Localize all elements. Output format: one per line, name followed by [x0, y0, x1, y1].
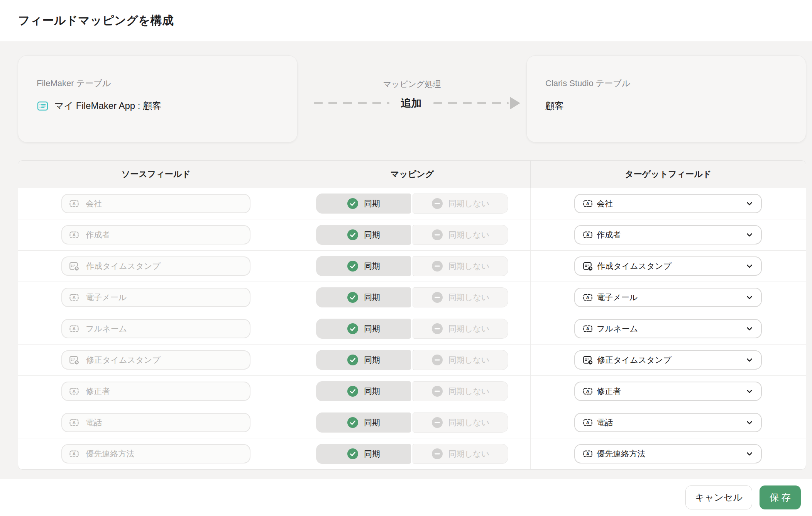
sync-off-option[interactable]: 同期しない: [413, 350, 508, 370]
chevron-down-icon: [745, 199, 754, 208]
sync-on-option[interactable]: 同期: [316, 319, 411, 339]
target-field-select[interactable]: A 修正者: [574, 382, 762, 401]
minus-circle-icon: [431, 354, 443, 366]
content-area: FileMaker テーブル マイ FileMaker App : 顧客 マッピ…: [0, 41, 812, 479]
sync-off-option[interactable]: 同期しない: [413, 319, 508, 339]
sync-off-option[interactable]: 同期しない: [413, 381, 508, 401]
source-field-label: フルネーム: [86, 323, 127, 334]
header-target-field: ターゲットフィールド: [530, 161, 806, 188]
field-mapping-dialog: フィールドマッピングを構成 FileMaker テーブル マイ FileMake…: [0, 0, 812, 516]
svg-text:A: A: [586, 452, 589, 456]
target-table-card: Claris Studio テーブル 顧客: [526, 55, 806, 143]
check-circle-icon: [347, 323, 359, 334]
sync-off-option[interactable]: 同期しない: [413, 194, 508, 214]
sync-on-option[interactable]: 同期: [316, 287, 411, 307]
chevron-down-icon: [745, 261, 754, 271]
arrow-right-icon: [510, 97, 520, 109]
sync-on-option[interactable]: 同期: [316, 225, 411, 245]
target-field-select[interactable]: A 会社: [574, 194, 762, 213]
sync-toggle[interactable]: 同期 同期しない: [316, 225, 508, 245]
sync-on-option[interactable]: 同期: [316, 194, 411, 214]
mapping-action-label: 追加: [401, 96, 422, 110]
minus-circle-icon: [431, 323, 443, 334]
sync-on-option[interactable]: 同期: [316, 350, 411, 370]
sync-off-option[interactable]: 同期しない: [413, 256, 508, 276]
svg-text:A: A: [586, 295, 589, 300]
dialog-footer: キャンセル 保 存: [0, 479, 812, 516]
svg-text:A: A: [586, 201, 589, 206]
sync-toggle[interactable]: 同期 同期しない: [316, 287, 508, 307]
target-field-select[interactable]: A 作成者: [574, 225, 762, 244]
check-circle-icon: [347, 385, 359, 397]
source-table-card: FileMaker テーブル マイ FileMaker App : 顧客: [18, 55, 298, 143]
svg-text:A: A: [586, 233, 589, 237]
target-field-select[interactable]: A フルネーム: [574, 319, 762, 338]
source-field-label: 修正タイムスタンプ: [86, 355, 160, 365]
target-field-label: 作成者: [597, 229, 621, 240]
sync-on-option[interactable]: 同期: [316, 444, 411, 464]
sync-off-option[interactable]: 同期しない: [413, 225, 508, 245]
dialog-title: フィールドマッピングを構成: [18, 13, 174, 29]
chevron-down-icon: [745, 355, 754, 365]
chevron-down-icon: [745, 418, 754, 427]
text-field-icon: A: [583, 449, 593, 459]
source-field: A 優先連絡方法: [61, 444, 250, 463]
sync-toggle[interactable]: 同期 同期しない: [316, 350, 508, 370]
table-row: A 電話 同期 同期しない A 電話: [18, 407, 806, 438]
sync-toggle[interactable]: 同期 同期しない: [316, 256, 508, 276]
sync-on-option[interactable]: 同期: [316, 256, 411, 276]
target-field-label: 会社: [597, 198, 613, 209]
source-field-label: 会社: [86, 198, 102, 209]
cancel-button[interactable]: キャンセル: [685, 485, 752, 509]
target-field-select[interactable]: A 電話: [574, 413, 762, 432]
sync-on-option[interactable]: 同期: [316, 381, 411, 401]
table-row: A 作成者 同期 同期しない A 作成者: [18, 219, 806, 251]
target-field-select[interactable]: A 電子メール: [574, 288, 762, 307]
target-field-select[interactable]: 修正タイムスタンプ: [574, 350, 762, 370]
timestamp-field-icon: [69, 355, 80, 365]
text-field-icon: A: [583, 230, 593, 240]
target-field-label: 修正タイムスタンプ: [597, 355, 671, 365]
minus-circle-icon: [431, 417, 443, 428]
text-field-icon: A: [583, 418, 593, 428]
text-field-icon: A: [69, 449, 79, 459]
sync-toggle[interactable]: 同期 同期しない: [316, 319, 508, 339]
source-field: A 作成者: [61, 225, 250, 244]
check-circle-icon: [347, 260, 359, 272]
timestamp-field-icon: [69, 261, 80, 272]
timestamp-field-icon: [583, 355, 593, 365]
save-button[interactable]: 保 存: [760, 485, 801, 509]
mapping-process: マッピング処理 追加: [298, 55, 526, 143]
minus-circle-icon: [431, 385, 443, 397]
target-field-select[interactable]: 作成タイムスタンプ: [574, 256, 762, 276]
sync-toggle[interactable]: 同期 同期しない: [316, 194, 508, 214]
target-field-select[interactable]: A 優先連絡方法: [574, 444, 762, 463]
table-row: A 会社 同期 同期しない A 会社: [18, 188, 806, 219]
svg-text:A: A: [586, 326, 589, 331]
sync-toggle[interactable]: 同期 同期しない: [316, 381, 508, 401]
sync-toggle[interactable]: 同期 同期しない: [316, 412, 508, 433]
minus-circle-icon: [431, 448, 443, 460]
check-circle-icon: [347, 448, 359, 460]
sync-off-option[interactable]: 同期しない: [413, 444, 508, 464]
sync-toggle[interactable]: 同期 同期しない: [316, 444, 508, 464]
svg-text:A: A: [73, 420, 76, 425]
source-field-label: 作成者: [86, 229, 110, 240]
mapping-process-label: マッピング処理: [298, 79, 526, 90]
table-row: A 修正者 同期 同期しない A 修正者: [18, 376, 806, 407]
svg-text:A: A: [73, 389, 76, 394]
header-mapping: マッピング: [294, 161, 530, 188]
sync-on-option[interactable]: 同期: [316, 412, 411, 433]
sync-off-option[interactable]: 同期しない: [413, 412, 508, 433]
sync-off-option[interactable]: 同期しない: [413, 287, 508, 307]
svg-text:A: A: [73, 233, 76, 237]
minus-circle-icon: [431, 198, 443, 209]
target-field-label: 電話: [597, 417, 613, 428]
check-circle-icon: [347, 354, 359, 366]
target-field-label: 電子メール: [597, 292, 638, 303]
svg-text:A: A: [73, 326, 76, 331]
source-field-label: 優先連絡方法: [86, 448, 134, 459]
source-field: A フルネーム: [61, 319, 250, 338]
source-field-label: 修正者: [86, 386, 110, 397]
timestamp-field-icon: [583, 261, 593, 272]
